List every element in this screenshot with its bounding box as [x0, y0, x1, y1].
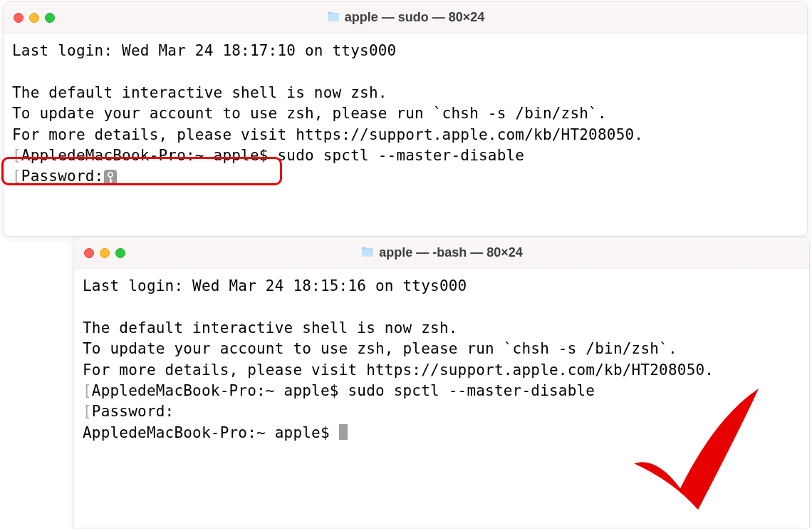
- terminal-line: For more details, please visit https://s…: [83, 361, 714, 379]
- shell-prompt: AppledeMacBook-Pro:~ apple$: [83, 424, 339, 441]
- terminal-window-bash[interactable]: apple — -bash — 80×24 Last login: Wed Ma…: [73, 237, 810, 528]
- title-bar[interactable]: apple — -bash — 80×24: [74, 237, 809, 269]
- close-button[interactable]: [84, 248, 94, 258]
- terminal-body[interactable]: Last login: Wed Mar 24 18:17:10 on ttys0…: [4, 34, 807, 195]
- close-button[interactable]: [14, 13, 24, 23]
- key-icon: [104, 170, 117, 185]
- folder-icon: [326, 11, 340, 25]
- terminal-line: The default interactive shell is now zsh…: [83, 319, 458, 337]
- minimize-button[interactable]: [100, 248, 110, 258]
- svg-rect-2: [110, 180, 113, 181]
- terminal-line: Last login: Wed Mar 24 18:17:10 on ttys0…: [12, 42, 396, 59]
- folder-icon: [360, 246, 375, 260]
- password-prompt-label: Password:: [21, 168, 104, 185]
- title-bar[interactable]: apple — sudo — 80×24: [4, 2, 807, 34]
- prompt-open-bracket: [: [12, 147, 21, 164]
- minimize-button[interactable]: [29, 13, 39, 23]
- window-title: apple — -bash — 80×24: [379, 245, 523, 260]
- svg-rect-3: [110, 182, 113, 183]
- terminal-body[interactable]: Last login: Wed Mar 24 18:15:16 on ttys0…: [74, 269, 809, 451]
- prompt-open-bracket: [: [83, 403, 92, 420]
- window-title-wrap: apple — -bash — 80×24: [74, 245, 809, 260]
- maximize-button[interactable]: [45, 13, 55, 23]
- terminal-line: To update your account to use zsh, pleas…: [83, 340, 677, 357]
- password-prompt-label: Password:: [92, 403, 175, 420]
- prompt-open-bracket: [: [12, 168, 21, 185]
- cursor-icon: [339, 424, 348, 440]
- traffic-lights: [14, 13, 55, 23]
- terminal-line: To update your account to use zsh, pleas…: [12, 105, 607, 122]
- terminal-line: For more details, please visit https://s…: [12, 126, 643, 143]
- terminal-line: Last login: Wed Mar 24 18:15:16 on ttys0…: [83, 277, 467, 294]
- traffic-lights: [84, 248, 125, 258]
- terminal-line: AppledeMacBook-Pro:~ apple$ sudo spctl -…: [92, 382, 595, 399]
- terminal-line: AppledeMacBook-Pro:~ apple$ sudo spctl -…: [21, 147, 524, 164]
- svg-rect-1: [110, 176, 112, 182]
- terminal-window-sudo[interactable]: apple — sudo — 80×24 Last login: Wed Mar…: [3, 1, 808, 237]
- window-title-wrap: apple — sudo — 80×24: [4, 10, 807, 25]
- terminal-line: The default interactive shell is now zsh…: [12, 84, 387, 101]
- prompt-open-bracket: [: [83, 382, 92, 399]
- window-title: apple — sudo — 80×24: [345, 10, 485, 25]
- maximize-button[interactable]: [115, 248, 125, 258]
